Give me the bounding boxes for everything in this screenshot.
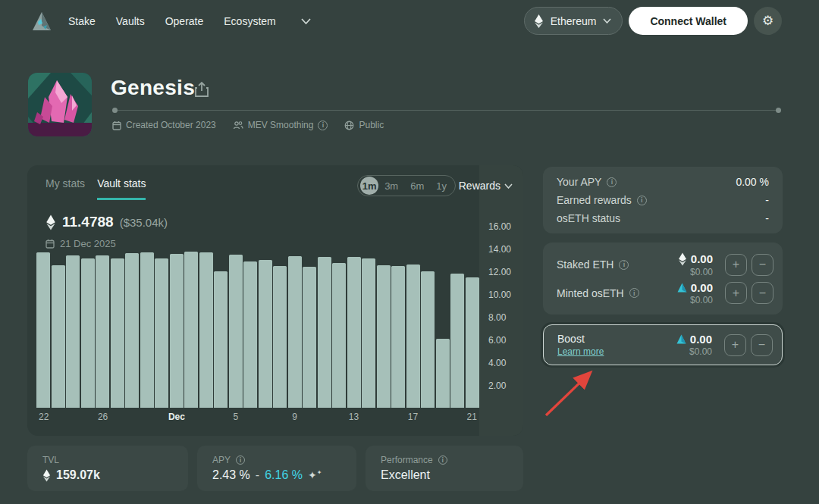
bar[interactable] xyxy=(214,271,228,408)
bar[interactable] xyxy=(466,277,479,408)
oseth-icon xyxy=(677,283,687,293)
bar[interactable] xyxy=(36,252,50,408)
range-1m[interactable]: 1m xyxy=(360,177,378,195)
bar[interactable] xyxy=(377,265,391,408)
boost-title: Boost xyxy=(557,333,676,345)
bar[interactable] xyxy=(125,253,139,408)
bar[interactable] xyxy=(155,258,168,408)
x-tick-label: 22 xyxy=(39,412,49,422)
summary-value: - xyxy=(765,194,769,206)
bar[interactable] xyxy=(303,267,316,408)
position-label: Minted osETHi xyxy=(557,287,677,299)
bars xyxy=(36,245,479,408)
boost-add-button[interactable]: + xyxy=(724,334,746,356)
nav-item-operate[interactable]: Operate xyxy=(165,15,204,27)
boost-card[interactable]: Boost Learn more 0.00 $0.00 + − xyxy=(543,324,783,365)
settings-button[interactable]: ⚙ xyxy=(754,7,782,35)
tvl-label: TVL xyxy=(42,455,59,465)
bar[interactable] xyxy=(259,260,272,408)
staked-eth-remove-button[interactable]: − xyxy=(752,254,774,276)
tab-my-stats[interactable]: My stats xyxy=(46,177,85,200)
info-icon[interactable]: i xyxy=(619,260,629,270)
bar[interactable] xyxy=(362,258,375,408)
metric-dropdown[interactable]: Rewards xyxy=(459,180,513,192)
info-icon[interactable]: i xyxy=(629,288,639,298)
network-selector[interactable]: Ethereum xyxy=(524,7,623,35)
bar[interactable] xyxy=(332,263,346,408)
network-label: Ethereum xyxy=(551,15,597,27)
bar[interactable] xyxy=(199,252,213,408)
minted-oseth-remove-button[interactable]: − xyxy=(752,282,774,304)
bar[interactable] xyxy=(52,265,65,408)
position-usd: $0.00 xyxy=(690,295,713,305)
bar[interactable] xyxy=(450,274,464,408)
bar[interactable] xyxy=(66,255,80,408)
staked-eth-add-button[interactable]: + xyxy=(725,254,747,276)
ethereum-icon xyxy=(42,469,51,482)
top-nav: StakeVaultsOperateEcosystem Ethereum Con… xyxy=(0,0,819,42)
info-icon[interactable]: i xyxy=(607,177,617,187)
summary-row-your-apy: Your APYi0.00 % xyxy=(557,176,769,188)
range-3m[interactable]: 3m xyxy=(378,180,404,192)
x-tick-label: 5 xyxy=(233,412,238,422)
bar[interactable] xyxy=(347,257,361,409)
chevron-down-icon xyxy=(504,183,513,189)
boost-remove-button[interactable]: − xyxy=(751,334,773,356)
position-value: 0.00 xyxy=(691,252,713,265)
minted-oseth-add-button[interactable]: + xyxy=(725,282,747,304)
meta-mev-label: MEV Smoothing xyxy=(248,120,314,130)
metric-dropdown-label: Rewards xyxy=(459,180,500,192)
bar[interactable] xyxy=(229,255,243,408)
info-icon[interactable]: i xyxy=(438,455,447,465)
x-tick-label: Dec xyxy=(168,412,185,422)
bar[interactable] xyxy=(273,266,287,409)
boost-value-block: 0.00 $0.00 xyxy=(676,333,712,357)
chart-eth-value: 11.4788 xyxy=(62,214,114,230)
chevron-down-icon xyxy=(603,18,611,23)
share-icon[interactable] xyxy=(194,81,209,101)
summary-label: Your APYi xyxy=(557,176,617,188)
nav-item-stake[interactable]: Stake xyxy=(68,15,96,27)
bar[interactable] xyxy=(243,261,257,408)
connect-wallet-button[interactable]: Connect Wallet xyxy=(629,7,748,35)
range-1y[interactable]: 1y xyxy=(430,180,453,192)
position-value: 0.00 xyxy=(691,281,713,294)
nav-more-chevron-icon[interactable] xyxy=(301,18,311,24)
info-icon[interactable]: i xyxy=(236,455,245,465)
bar[interactable] xyxy=(288,256,302,408)
summary-row-oseth-status: osETH status- xyxy=(557,212,769,224)
nav-item-ecosystem[interactable]: Ecosystem xyxy=(224,15,275,27)
range-6m[interactable]: 6m xyxy=(404,180,430,192)
bar[interactable] xyxy=(81,258,95,408)
y-axis-strip xyxy=(479,165,523,436)
tab-vault-stats[interactable]: Vault stats xyxy=(97,177,146,200)
position-row-staked-eth: Staked ETHi0.00$0.00+− xyxy=(557,252,774,277)
bar[interactable] xyxy=(318,257,331,408)
bar[interactable] xyxy=(96,255,109,408)
calendar-icon xyxy=(112,121,121,130)
bar[interactable] xyxy=(406,265,420,408)
boost-learn-more-link[interactable]: Learn more xyxy=(557,346,676,357)
nav-item-vaults[interactable]: Vaults xyxy=(116,15,145,27)
bar[interactable] xyxy=(391,266,405,409)
apy-label: APY xyxy=(212,455,231,465)
position-usd: $0.00 xyxy=(690,267,713,277)
bar[interactable] xyxy=(421,271,435,408)
bar[interactable] xyxy=(140,252,154,408)
nav-menu: StakeVaultsOperateEcosystem xyxy=(68,15,311,27)
x-tick-label: 13 xyxy=(349,412,359,422)
brand-logo-icon[interactable] xyxy=(26,6,58,38)
boost-usd: $0.00 xyxy=(689,346,712,357)
bar[interactable] xyxy=(111,258,124,408)
summary-row-earned-rewards: Earned rewardsi- xyxy=(557,194,769,206)
info-icon[interactable]: i xyxy=(637,196,647,205)
summary-label: osETH status xyxy=(557,212,620,224)
bar[interactable] xyxy=(436,339,450,408)
bar[interactable] xyxy=(184,252,198,408)
ethereum-icon xyxy=(46,214,56,230)
apy-summary-card: Your APYi0.00 %Earned rewardsi-osETH sta… xyxy=(543,167,783,233)
bar[interactable] xyxy=(170,254,184,408)
tvl-card: TVL 159.07k xyxy=(27,446,188,491)
info-icon[interactable]: i xyxy=(318,121,328,130)
apy-card: APY i 2.43 % - 6.16 % ✦✦ xyxy=(197,446,356,491)
